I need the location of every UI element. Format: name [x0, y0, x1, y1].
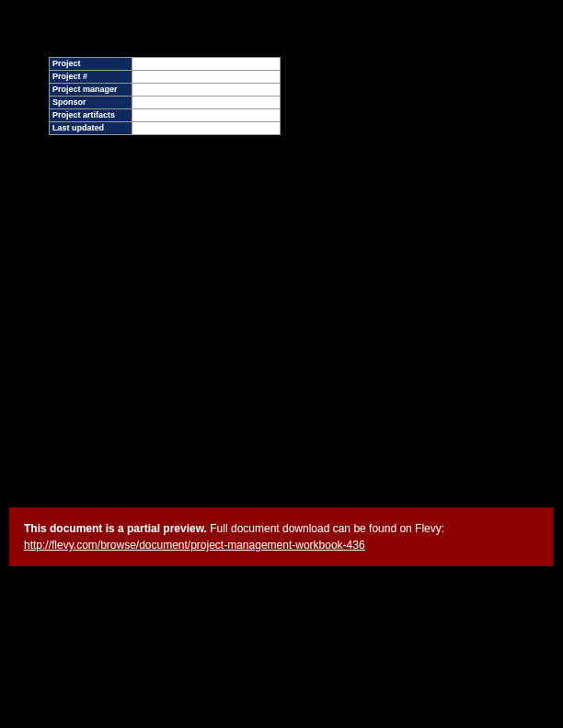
table-row: Project: [50, 58, 281, 71]
table-row: Sponsor: [50, 97, 281, 109]
value-sponsor: [132, 97, 280, 109]
banner-link[interactable]: http://flevy.com/browse/document/project…: [24, 539, 365, 552]
value-project: [132, 58, 280, 71]
label-project: Project: [50, 58, 132, 71]
banner-rest-text: Full document download can be found on F…: [207, 522, 444, 535]
label-project-artifacts: Project artifacts: [50, 109, 132, 122]
value-project-number: [132, 71, 280, 84]
project-info-table: Project Project # Project manager Sponso…: [49, 57, 281, 135]
value-project-manager: [132, 84, 280, 97]
table-row: Last updated: [50, 122, 281, 135]
table-row: Project manager: [50, 84, 281, 97]
table-row: Project artifacts: [50, 109, 281, 122]
label-project-manager: Project manager: [50, 84, 132, 97]
banner-bold-text: This document is a partial preview.: [24, 522, 207, 535]
value-project-artifacts: [132, 109, 280, 122]
value-last-updated: [132, 122, 280, 135]
label-sponsor: Sponsor: [50, 97, 132, 109]
label-project-number: Project #: [50, 71, 132, 84]
table-row: Project #: [50, 71, 281, 84]
preview-banner: This document is a partial preview. Full…: [9, 507, 554, 566]
label-last-updated: Last updated: [50, 122, 132, 135]
